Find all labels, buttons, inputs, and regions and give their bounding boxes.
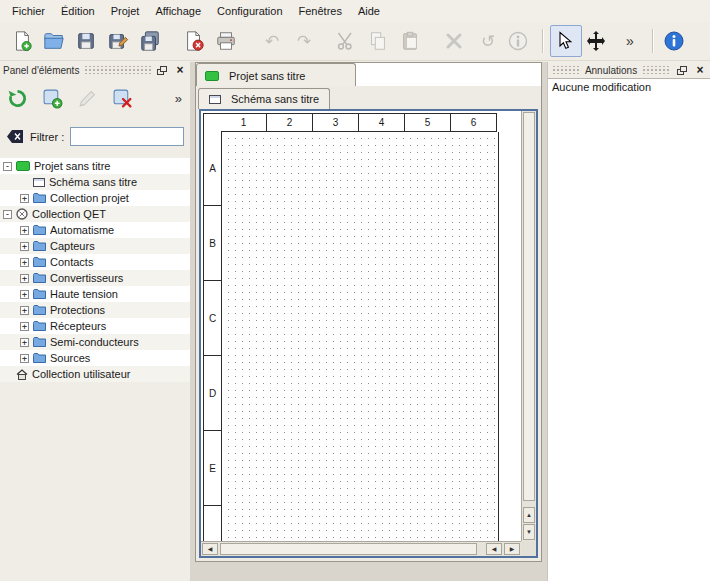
open-project-button[interactable] — [40, 25, 72, 57]
pan-mode-button[interactable] — [582, 25, 614, 57]
menu-configuration[interactable]: Configuration — [209, 1, 290, 21]
undo-panel-titlebar[interactable]: Annulations × — [548, 62, 710, 78]
tree-item-label: Contacts — [50, 256, 93, 268]
dock-drag-handle[interactable] — [551, 66, 581, 74]
menu-fichier[interactable]: Fichier — [4, 1, 53, 21]
new-document-icon — [11, 30, 33, 52]
reload-collections-button[interactable] — [4, 83, 34, 113]
project-tab[interactable]: Projet sans titre — [196, 63, 356, 87]
tree-item-collection-projet[interactable]: + Collection projet — [0, 190, 190, 206]
elements-panel-titlebar[interactable]: Panel d'éléments × — [0, 62, 190, 78]
menu-fenetres[interactable]: Fenêtres — [291, 1, 350, 21]
ruler-row-label: A — [204, 131, 221, 206]
menu-aide[interactable]: Aide — [350, 1, 388, 21]
clear-filter-button[interactable] — [6, 129, 24, 144]
expand-icon[interactable]: + — [20, 322, 29, 331]
tree-item-contacts[interactable]: + Contacts — [0, 254, 190, 270]
tree-item-convertisseurs[interactable]: + Convertisseurs — [0, 270, 190, 286]
close-icon: × — [697, 64, 704, 76]
vertical-scrollbar-thumb[interactable] — [523, 112, 535, 501]
ruler-row-label: E — [204, 431, 221, 506]
close-file-button[interactable] — [180, 25, 212, 57]
tree-item-protections[interactable]: + Protections — [0, 302, 190, 318]
scroll-right-button[interactable]: ▶ — [504, 543, 520, 555]
delete-element-button[interactable] — [109, 83, 139, 113]
expand-icon[interactable]: + — [20, 274, 29, 283]
rotate-button[interactable]: ↺ — [472, 25, 504, 57]
ruler-column-label: 5 — [405, 113, 451, 132]
undo-history-list[interactable]: Aucune modification — [548, 78, 710, 581]
tree-item-project[interactable]: - Projet sans titre — [0, 158, 190, 174]
dock-drag-handle[interactable] — [83, 66, 151, 74]
copy-button[interactable] — [364, 25, 396, 57]
tree-item-semi-conducteurs[interactable]: + Semi-conducteurs — [0, 334, 190, 350]
tree-item-schema[interactable]: Schéma sans titre — [0, 174, 190, 190]
about-button[interactable] — [660, 25, 692, 57]
save-as-button[interactable] — [104, 25, 136, 57]
edit-element-button[interactable] — [74, 83, 104, 113]
expander-spacer — [20, 178, 29, 187]
expand-icon[interactable]: + — [20, 258, 29, 267]
qet-collection-icon — [16, 208, 28, 220]
expand-icon[interactable]: + — [20, 242, 29, 251]
dock-drag-handle[interactable] — [641, 66, 671, 74]
close-panel-button[interactable]: × — [173, 64, 187, 77]
close-panel-button[interactable]: × — [693, 64, 707, 77]
expand-icon[interactable]: + — [20, 290, 29, 299]
menu-edition[interactable]: Édition — [53, 1, 103, 21]
menu-projet[interactable]: Projet — [103, 1, 148, 21]
tree-item-sources[interactable]: + Sources — [0, 350, 190, 366]
schema-tab[interactable]: Schéma sans titre — [198, 88, 330, 109]
float-panel-button[interactable] — [675, 64, 689, 77]
menu-affichage[interactable]: Affichage — [147, 1, 209, 21]
toolbar-overflow-button[interactable]: » — [614, 25, 646, 57]
expand-icon[interactable]: + — [20, 306, 29, 315]
horizontal-scrollbar[interactable]: ◀ ◀ ▶ — [201, 541, 521, 556]
scroll-left-button-2[interactable]: ◀ — [486, 543, 502, 555]
cut-button[interactable] — [332, 25, 364, 57]
save-button[interactable] — [72, 25, 104, 57]
print-button[interactable] — [212, 25, 244, 57]
project-window-body: Schéma sans titre 1 2 3 4 5 6 — [196, 86, 541, 561]
float-icon — [677, 66, 687, 75]
cursor-arrow-icon — [553, 30, 575, 52]
scroll-up-button[interactable]: ▲ — [523, 507, 535, 523]
tree-item-capteurs[interactable]: + Capteurs — [0, 238, 190, 254]
redo-button[interactable]: ↷ — [288, 25, 320, 57]
info-button[interactable] — [504, 25, 536, 57]
grid-dots-area[interactable] — [222, 132, 499, 541]
vertical-scrollbar[interactable]: ▲ ▼ — [521, 111, 536, 541]
filter-input[interactable] — [70, 127, 184, 146]
undo-icon: ↶ — [265, 33, 279, 50]
tree-item-label: Convertisseurs — [50, 272, 123, 284]
new-document-button[interactable] — [8, 25, 40, 57]
collapse-icon[interactable]: - — [3, 162, 12, 171]
new-element-button[interactable] — [39, 83, 69, 113]
paste-button[interactable] — [396, 25, 428, 57]
select-mode-button[interactable] — [550, 25, 582, 57]
tree-item-collection-qet[interactable]: - Collection QET — [0, 206, 190, 222]
project-tab-bar: Projet sans titre — [196, 63, 541, 87]
expand-icon[interactable]: + — [20, 354, 29, 363]
panel-overflow-button[interactable]: » — [171, 91, 186, 106]
save-all-button[interactable] — [136, 25, 168, 57]
tree-item-haute-tension[interactable]: + Haute tension — [0, 286, 190, 302]
schema-canvas[interactable]: 1 2 3 4 5 6 A B C D E — [201, 111, 521, 541]
copy-icon — [367, 30, 389, 52]
expand-icon[interactable]: + — [20, 194, 29, 203]
expand-icon[interactable]: + — [20, 226, 29, 235]
tree-item-label: Collection utilisateur — [32, 368, 130, 380]
scroll-down-button[interactable]: ▼ — [523, 524, 535, 540]
tree-item-label: Récepteurs — [50, 320, 106, 332]
horizontal-scrollbar-thumb[interactable] — [220, 543, 477, 555]
tree-item-collection-utilisateur[interactable]: Collection utilisateur — [0, 366, 190, 382]
scroll-left-button[interactable]: ◀ — [202, 543, 218, 555]
undo-button[interactable]: ↶ — [256, 25, 288, 57]
undo-empty-entry[interactable]: Aucune modification — [548, 79, 710, 95]
collapse-icon[interactable]: - — [3, 210, 12, 219]
tree-item-automatisme[interactable]: + Automatisme — [0, 222, 190, 238]
delete-button[interactable] — [440, 25, 472, 57]
tree-item-recepteurs[interactable]: + Récepteurs — [0, 318, 190, 334]
expand-icon[interactable]: + — [20, 338, 29, 347]
float-panel-button[interactable] — [155, 64, 169, 77]
